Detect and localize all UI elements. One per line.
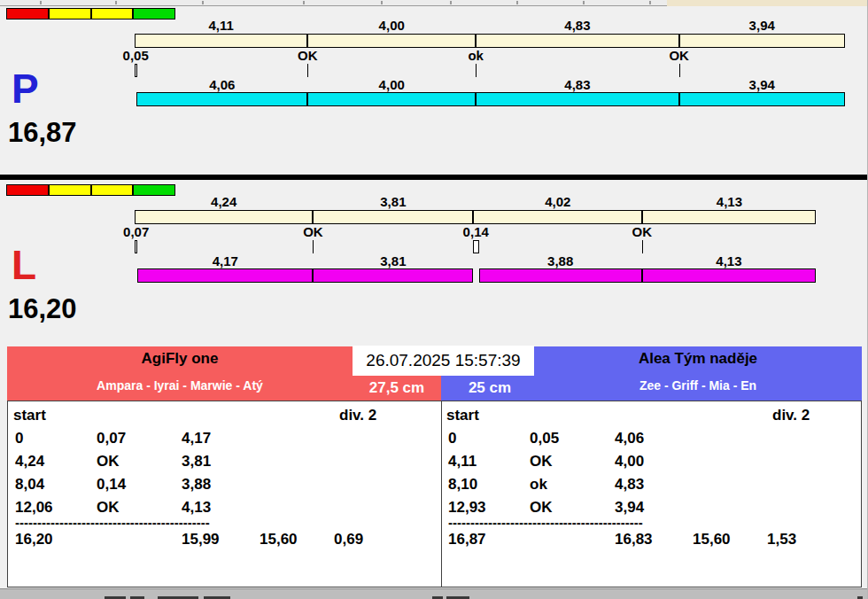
result-cell: 4,83: [615, 476, 644, 494]
actual-bar-segment: [137, 268, 313, 283]
actual-bar-segment: [476, 92, 678, 106]
window-bottom-edge: [0, 588, 868, 599]
team-name: AgiFly one: [7, 350, 353, 368]
start-fault-marker: [473, 240, 479, 253]
result-cell: 0,14: [97, 476, 126, 494]
changeover-marker-label: OK: [632, 225, 653, 238]
column-header-division: div. 2: [772, 407, 810, 424]
start-fault-marker: [135, 240, 137, 253]
split-time-label: 4,02: [545, 195, 570, 208]
split-time-label: 4,13: [716, 254, 741, 268]
datetime-display: 26.07.2025 15:57:39: [353, 346, 534, 376]
tick-mark: [115, 1, 117, 4]
actual-bar-segment: [479, 268, 642, 283]
app-window: P 16,87 4,114,004,833,940,05OKokOK4,064,…: [0, 0, 868, 599]
ideal-bar-segment: [642, 210, 816, 224]
result-cell: 4,11: [448, 453, 477, 471]
changeover-marker-label: 0,05: [123, 49, 149, 62]
tick-mark: [450, 1, 452, 4]
jump-height-right: 25 cm: [446, 377, 534, 401]
totals-separator: ----------------------------------------…: [15, 515, 210, 530]
tick-mark: [583, 1, 585, 4]
split-time-label: 4,17: [213, 254, 238, 268]
window-top-edge: [0, 0, 868, 6]
result-cell: 0: [448, 430, 456, 447]
changeover-tick: [476, 64, 477, 77]
total-cell: 16,87: [448, 531, 486, 548]
ideal-bar-segment: [679, 34, 845, 48]
total-cell: 15,60: [693, 531, 731, 548]
changeover-tick: [313, 240, 314, 253]
split-bars: 4,114,004,833,940,05OKokOK4,064,004,833,…: [4, 6, 864, 175]
ideal-bar-segment: [135, 210, 313, 224]
team-members: Zee - Griff - Mia - En: [534, 378, 862, 393]
split-time-label: 4,06: [209, 78, 235, 91]
split-time-label: 4,00: [379, 78, 405, 91]
changeover-marker-label: OK: [669, 49, 689, 62]
split-bars: 4,243,814,024,130,07OK0,14OK4,173,813,88…: [4, 183, 864, 351]
split-time-label: 3,88: [547, 254, 573, 268]
tick-mark: [202, 1, 204, 4]
changeover-marker-label: 0,14: [463, 225, 489, 238]
tick-mark: [516, 1, 518, 4]
result-cell: 4,24: [15, 453, 44, 471]
actual-bar-segment: [642, 268, 816, 283]
changeover-marker-label: OK: [298, 49, 318, 62]
changeover-tick: [679, 64, 680, 77]
result-cell: 8,10: [448, 476, 477, 494]
result-cell: 8,04: [15, 476, 44, 494]
result-cell: 4,00: [615, 453, 644, 471]
team-members: Ampara - Iyrai - Marwie - Atý: [7, 378, 353, 393]
result-cell: ok: [530, 476, 547, 494]
result-cell: 3,81: [182, 453, 211, 471]
result-cell: OK: [97, 453, 120, 471]
split-time-label: 4,83: [564, 78, 590, 91]
split-time-label: 3,94: [749, 78, 775, 91]
changeover-marker-label: 0,07: [123, 225, 149, 238]
ideal-bar-segment: [135, 34, 307, 48]
start-fault-marker: [135, 64, 137, 77]
split-time-label: 3,81: [380, 254, 406, 268]
changeover-marker-label: OK: [303, 225, 323, 238]
split-time-label: 4,00: [379, 19, 405, 32]
result-cell: 4,17: [182, 430, 211, 447]
result-cell: 0,05: [530, 430, 559, 447]
team-result-table: startdiv. 200,054,064,11OK4,008,10ok4,83…: [443, 403, 859, 585]
changeover-marker-label: ok: [468, 49, 484, 62]
split-time-label: 3,94: [749, 19, 775, 32]
changeover-tick: [307, 64, 308, 77]
result-cell: 3,88: [182, 476, 211, 494]
actual-bar-segment: [307, 92, 476, 106]
lane-separator: [0, 175, 868, 180]
tick-mark: [649, 1, 651, 4]
tick-mark: [381, 1, 383, 4]
actual-bar-segment: [679, 92, 845, 106]
team-result-table: startdiv. 200,074,174,24OK3,818,040,143,…: [10, 403, 439, 585]
split-time-label: 4,83: [564, 19, 590, 32]
column-header-start: start: [446, 407, 479, 424]
result-cell: 0: [15, 430, 23, 447]
ideal-bar-segment: [473, 210, 642, 224]
total-cell: 16,20: [15, 531, 53, 548]
tick-mark: [40, 1, 42, 4]
split-time-label: 4,24: [211, 195, 236, 208]
split-time-label: 3,81: [380, 195, 406, 208]
total-cell: 1,53: [767, 531, 796, 548]
column-header-division: div. 2: [339, 407, 376, 424]
table-divider: [441, 401, 442, 587]
actual-bar-segment: [136, 92, 307, 106]
result-cell: OK: [530, 453, 553, 471]
result-cell: 4,06: [615, 430, 644, 447]
total-cell: 15,99: [182, 531, 220, 548]
result-cell: 0,07: [97, 430, 126, 447]
total-cell: 0,69: [334, 531, 363, 548]
column-header-start: start: [13, 407, 46, 424]
ideal-bar-segment: [307, 34, 476, 48]
window-top-edge-highlight: [667, 0, 868, 6]
totals-separator: ----------------------------------------…: [448, 515, 643, 530]
team-name: Alea Tým naděje: [534, 350, 862, 368]
lane-panel-p: P 16,87 4,114,004,833,940,05OKokOK4,064,…: [4, 6, 864, 175]
jump-height-left: 27,5 cm: [353, 377, 441, 401]
total-cell: 15,60: [260, 531, 298, 548]
split-time-label: 4,11: [208, 19, 233, 32]
